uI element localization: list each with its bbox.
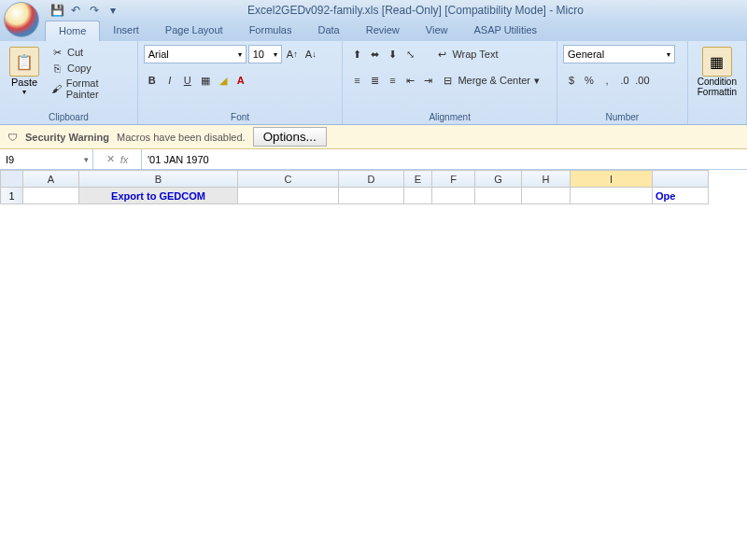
- paste-icon: 📋: [9, 47, 39, 77]
- window-title: Excel2GEDv092-family.xls [Read-Only] [Co…: [121, 4, 747, 17]
- formula-icons: ✕ fx: [93, 149, 142, 169]
- save-icon[interactable]: 💾: [49, 2, 65, 19]
- worksheet-grid[interactable]: ABCDEFGHI 1Export to GEDCOMOpe: [0, 170, 747, 204]
- paste-button[interactable]: 📋 Paste ▾: [6, 45, 43, 98]
- col-header-I[interactable]: I: [571, 171, 653, 188]
- format-painter-button[interactable]: 🖌Format Painter: [47, 77, 132, 101]
- security-title: Security Warning: [25, 132, 109, 143]
- shield-icon: 🛡: [7, 132, 18, 143]
- number-format-select[interactable]: General▾: [563, 45, 675, 63]
- cell[interactable]: [571, 188, 653, 204]
- open-link[interactable]: Ope: [653, 188, 709, 204]
- italic-button[interactable]: I: [162, 71, 178, 90]
- cell[interactable]: [23, 188, 79, 204]
- font-color-button[interactable]: A: [233, 71, 249, 90]
- currency-button[interactable]: $: [563, 71, 580, 90]
- tab-insert[interactable]: Insert: [100, 21, 152, 41]
- align-center-button[interactable]: ≣: [366, 71, 383, 90]
- indent-inc-button[interactable]: ⇥: [419, 71, 436, 90]
- office-button[interactable]: [4, 2, 39, 37]
- align-right-button[interactable]: ≡: [384, 71, 401, 90]
- font-name-select[interactable]: Arial ▾: [144, 45, 247, 63]
- formula-input[interactable]: '01 JAN 1970: [142, 149, 747, 169]
- shrink-font-button[interactable]: A↓: [303, 45, 319, 63]
- align-bottom-button[interactable]: ⬇: [384, 45, 401, 63]
- col-header-G[interactable]: G: [475, 171, 522, 188]
- group-label-number: Number: [563, 110, 682, 122]
- security-warning-bar: 🛡 Security Warning Macros have been disa…: [0, 125, 747, 149]
- fill-color-button[interactable]: ◢: [215, 71, 232, 90]
- col-header-A[interactable]: A: [23, 171, 79, 188]
- col-header-F[interactable]: F: [432, 171, 475, 188]
- grow-font-button[interactable]: A↑: [284, 45, 301, 63]
- group-label-alignment: Alignment: [348, 110, 551, 122]
- inc-decimal-button[interactable]: .0: [616, 71, 633, 90]
- orientation-button[interactable]: ⤡: [402, 45, 418, 63]
- redo-icon[interactable]: ↷: [86, 2, 103, 19]
- tab-view[interactable]: View: [413, 21, 461, 41]
- quick-access-toolbar: 💾 ↶ ↷ ▾: [49, 2, 121, 19]
- cond-label: Condition Formattin: [698, 77, 737, 97]
- percent-button[interactable]: %: [581, 71, 598, 90]
- cell[interactable]: [432, 188, 475, 204]
- cancel-icon[interactable]: ✕: [106, 153, 115, 165]
- qat-dropdown-icon[interactable]: ▾: [105, 2, 121, 19]
- indent-dec-button[interactable]: ⇤: [402, 71, 418, 90]
- cell[interactable]: [238, 188, 339, 204]
- wrap-text-button[interactable]: ↩Wrap Text: [431, 45, 501, 63]
- wrap-icon: ↩: [435, 48, 448, 61]
- paste-label: Paste: [11, 77, 37, 88]
- ribbon-tabs: HomeInsertPage LayoutFormulasDataReviewV…: [0, 21, 747, 41]
- undo-icon[interactable]: ↶: [67, 2, 84, 19]
- tab-home[interactable]: Home: [45, 21, 100, 41]
- cell[interactable]: [522, 188, 571, 204]
- chevron-down-icon: ▾: [22, 88, 26, 96]
- col-header-B[interactable]: B: [79, 171, 238, 188]
- title-bar: 💾 ↶ ↷ ▾ Excel2GEDv092-family.xls [Read-O…: [0, 0, 747, 21]
- conditional-formatting-button[interactable]: ▦ Condition Formattin: [694, 45, 740, 99]
- font-size-select[interactable]: 10 ▾: [248, 45, 282, 63]
- tab-formulas[interactable]: Formulas: [236, 21, 305, 41]
- cell[interactable]: [339, 188, 404, 204]
- group-label-clipboard: Clipboard: [6, 110, 132, 122]
- col-header-j[interactable]: [653, 171, 709, 188]
- copy-button[interactable]: ⎘Copy: [47, 61, 132, 76]
- underline-button[interactable]: U: [179, 71, 196, 90]
- tab-review[interactable]: Review: [353, 21, 413, 41]
- export-gedcom-button[interactable]: Export to GEDCOM: [79, 188, 238, 204]
- fx-icon[interactable]: fx: [120, 154, 129, 165]
- border-button[interactable]: ▦: [197, 71, 214, 90]
- cut-icon: ✂: [50, 46, 63, 59]
- cut-button[interactable]: ✂Cut: [47, 45, 132, 60]
- align-top-button[interactable]: ⬆: [348, 45, 365, 63]
- brush-icon: 🖌: [50, 82, 63, 95]
- copy-icon: ⎘: [50, 62, 63, 75]
- select-all-corner[interactable]: [1, 171, 23, 188]
- comma-button[interactable]: ,: [599, 71, 615, 90]
- dec-decimal-button[interactable]: .00: [634, 71, 651, 90]
- align-left-button[interactable]: ≡: [348, 71, 365, 90]
- row-header[interactable]: 1: [1, 188, 23, 204]
- merge-icon: ⊟: [441, 74, 454, 87]
- security-options-button[interactable]: Options...: [253, 127, 327, 147]
- name-box[interactable]: I9: [0, 149, 93, 169]
- security-message: Macros have been disabled.: [117, 132, 246, 143]
- tab-page-layout[interactable]: Page Layout: [152, 21, 236, 41]
- tab-asap-utilities[interactable]: ASAP Utilities: [460, 21, 550, 41]
- cell[interactable]: [404, 188, 432, 204]
- col-header-E[interactable]: E: [404, 171, 432, 188]
- ribbon: 📋 Paste ▾ ✂Cut ⎘Copy 🖌Format Painter Cli…: [0, 41, 747, 125]
- align-middle-button[interactable]: ⬌: [366, 45, 383, 63]
- col-header-C[interactable]: C: [238, 171, 339, 188]
- bold-button[interactable]: B: [144, 71, 161, 90]
- col-header-D[interactable]: D: [339, 171, 404, 188]
- group-label-font: Font: [144, 110, 337, 122]
- col-header-H[interactable]: H: [522, 171, 571, 188]
- cell[interactable]: [475, 188, 522, 204]
- merge-center-button[interactable]: ⊟Merge & Center ▾: [437, 71, 543, 90]
- formula-bar: I9 ✕ fx '01 JAN 1970: [0, 149, 747, 170]
- tab-data[interactable]: Data: [304, 21, 352, 41]
- cond-format-icon: ▦: [702, 47, 732, 77]
